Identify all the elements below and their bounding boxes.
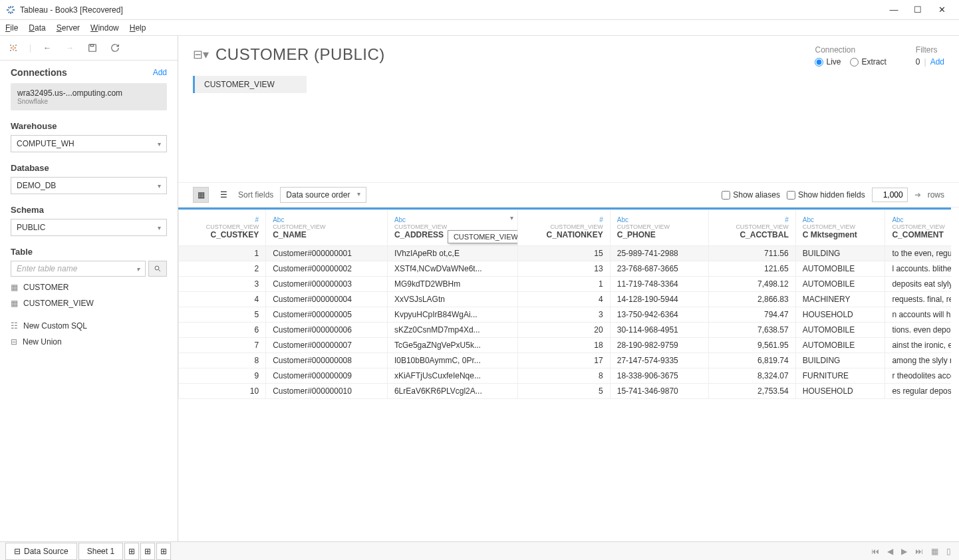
cell[interactable]: 2,753.54 bbox=[708, 384, 795, 399]
nav-first[interactable]: ⏮ bbox=[869, 547, 882, 556]
cell[interactable]: 17 bbox=[517, 353, 610, 368]
cell[interactable]: among the slyly regul... bbox=[885, 353, 951, 368]
tab-sheet1[interactable]: Sheet 1 bbox=[78, 543, 123, 560]
cell[interactable]: BUILDING bbox=[795, 353, 885, 368]
cell[interactable]: 9 bbox=[179, 368, 266, 384]
cell[interactable]: 3 bbox=[179, 277, 266, 292]
view-filmstrip[interactable]: ▯ bbox=[944, 547, 954, 556]
cell[interactable]: 11-719-748-3364 bbox=[610, 277, 708, 292]
cell[interactable]: 1 bbox=[179, 246, 266, 261]
cell[interactable]: Customer#000000009 bbox=[266, 368, 388, 384]
cell[interactable]: 1 bbox=[517, 277, 610, 292]
cell[interactable]: 7,638.57 bbox=[708, 323, 795, 338]
cell[interactable]: 4 bbox=[517, 292, 610, 307]
datasource-title[interactable]: CUSTOMER (PUBLIC) bbox=[215, 45, 385, 64]
show-aliases-checkbox[interactable]: Show aliases bbox=[722, 190, 780, 200]
cell[interactable]: Customer#000000003 bbox=[266, 277, 388, 292]
cell[interactable]: 13-750-942-6364 bbox=[610, 307, 708, 323]
save-button[interactable] bbox=[86, 41, 99, 55]
cell[interactable]: HOUSEHOLD bbox=[795, 384, 885, 399]
radio-live[interactable]: Live bbox=[815, 57, 841, 67]
show-hidden-checkbox[interactable]: Show hidden fields bbox=[787, 190, 865, 200]
table-row[interactable]: 9Customer#000000009xKiAFTjUsCuxfeIeNqe..… bbox=[179, 368, 952, 384]
table-item-customer[interactable]: ▦CUSTOMER bbox=[11, 279, 167, 295]
menu-help[interactable]: Help bbox=[130, 23, 146, 33]
cell[interactable]: xKiAFTjUsCuxfeIeNqe... bbox=[387, 368, 517, 384]
connection-item[interactable]: wra32495.us-...omputing.com Snowflake bbox=[11, 83, 167, 110]
table-row[interactable]: 2Customer#000000002XSTf4,NCwDVaWNe6t...1… bbox=[179, 261, 952, 277]
table-row[interactable]: 6Customer#000000006sKZz0CsnMD7mp4Xd...20… bbox=[179, 323, 952, 338]
nav-last[interactable]: ⏭ bbox=[912, 547, 926, 556]
add-filter-link[interactable]: Add bbox=[930, 57, 944, 67]
cell[interactable]: 2 bbox=[179, 261, 266, 277]
new-dashboard-button[interactable]: ⊞ bbox=[140, 543, 155, 560]
cell[interactable]: MACHINERY bbox=[795, 292, 885, 307]
cell[interactable]: XxVSJsLAGtn bbox=[387, 292, 517, 307]
cell[interactable]: 5 bbox=[179, 307, 266, 323]
tableau-icon[interactable] bbox=[7, 41, 20, 55]
cell[interactable]: 25-989-741-2988 bbox=[610, 246, 708, 261]
column-header-C_PHONE[interactable]: AbcCUSTOMER_VIEWC_PHONE bbox=[610, 210, 708, 246]
view-tabs[interactable]: ▦ bbox=[928, 547, 941, 556]
rows-arrow-icon[interactable]: ➜ bbox=[914, 190, 921, 200]
cell[interactable]: 23-768-687-3665 bbox=[610, 261, 708, 277]
refresh-button[interactable] bbox=[108, 41, 122, 55]
cell[interactable]: r theodolites accordin... bbox=[885, 368, 951, 384]
tab-datasource[interactable]: ⊟Data Source bbox=[5, 543, 77, 560]
canvas-area[interactable]: CUSTOMER_VIEW bbox=[178, 76, 959, 182]
cell[interactable]: 121.65 bbox=[708, 261, 795, 277]
cell[interactable]: XSTf4,NCwDVaWNe6t... bbox=[387, 261, 517, 277]
cell[interactable]: Customer#000000007 bbox=[266, 338, 388, 353]
cell[interactable]: 711.56 bbox=[708, 246, 795, 261]
cell[interactable]: 13 bbox=[517, 261, 610, 277]
cell[interactable]: KvpyuHCpIrB84WgAi... bbox=[387, 307, 517, 323]
cell[interactable]: Customer#000000005 bbox=[266, 307, 388, 323]
nav-prev[interactable]: ◀ bbox=[885, 547, 896, 556]
column-header-C_NATIONKEY[interactable]: #CUSTOMER_VIEWC_NATIONKEY bbox=[517, 210, 610, 246]
cell[interactable]: 2,866.83 bbox=[708, 292, 795, 307]
new-story-button[interactable]: ⊞ bbox=[156, 543, 171, 560]
cell[interactable]: 6 bbox=[179, 323, 266, 338]
cell[interactable]: n accounts will have t... bbox=[885, 307, 951, 323]
cell[interactable]: 18 bbox=[517, 338, 610, 353]
cell[interactable]: 4 bbox=[179, 292, 266, 307]
column-header-C_ADDRESS[interactable]: AbcCUSTOMER_VIEWC_ADDRESS▾CUSTOMER_VIEW.… bbox=[387, 210, 517, 246]
rows-input[interactable] bbox=[872, 188, 908, 202]
close-button[interactable]: ✕ bbox=[930, 5, 954, 15]
cell[interactable]: AUTOMOBILE bbox=[795, 338, 885, 353]
cell[interactable]: IVhzIApeRb ot,c,E bbox=[387, 246, 517, 261]
cell[interactable]: MG9kdTD2WBHm bbox=[387, 277, 517, 292]
cell[interactable]: tions. even deposits b... bbox=[885, 323, 951, 338]
cell[interactable]: to the even, regular pl... bbox=[885, 246, 951, 261]
cell[interactable]: Customer#000000004 bbox=[266, 292, 388, 307]
minimize-button[interactable]: — bbox=[882, 5, 906, 15]
table-row[interactable]: 8Customer#000000008I0B10bB0AymmC, 0Pr...… bbox=[179, 353, 952, 368]
sort-dropdown[interactable]: Data source order bbox=[280, 187, 366, 203]
cell[interactable]: HOUSEHOLD bbox=[795, 307, 885, 323]
grid-view-button[interactable]: ▦ bbox=[193, 187, 209, 203]
cell[interactable]: Customer#000000008 bbox=[266, 353, 388, 368]
menu-data[interactable]: Data bbox=[29, 23, 45, 33]
list-view-button[interactable]: ☰ bbox=[215, 187, 231, 203]
cell[interactable]: 6,819.74 bbox=[708, 353, 795, 368]
cell[interactable]: 20 bbox=[517, 323, 610, 338]
schema-dropdown[interactable]: PUBLIC▾ bbox=[11, 219, 167, 236]
cell[interactable]: 14-128-190-5944 bbox=[610, 292, 708, 307]
cell[interactable]: 8 bbox=[179, 353, 266, 368]
nav-next[interactable]: ▶ bbox=[898, 547, 910, 556]
cell[interactable]: 10 bbox=[179, 384, 266, 399]
cell[interactable]: 15 bbox=[517, 246, 610, 261]
cell[interactable]: deposits eat slyly iro... bbox=[885, 277, 951, 292]
cell[interactable]: AUTOMOBILE bbox=[795, 323, 885, 338]
menu-window[interactable]: Window bbox=[90, 23, 119, 33]
cell[interactable]: es regular deposits h... bbox=[885, 384, 951, 399]
table-row[interactable]: 4Customer#000000004XxVSJsLAGtn414-128-19… bbox=[179, 292, 952, 307]
cell[interactable]: 6LrEaV6KR6PLVcgl2A... bbox=[387, 384, 517, 399]
cell[interactable]: BUILDING bbox=[795, 246, 885, 261]
cell[interactable]: 5 bbox=[517, 384, 610, 399]
data-grid[interactable]: #CUSTOMER_VIEWC_CUSTKEYAbcCUSTOMER_VIEWC… bbox=[178, 208, 951, 536]
back-button[interactable]: ← bbox=[41, 41, 54, 55]
menu-file[interactable]: File bbox=[5, 23, 18, 33]
radio-extract[interactable]: Extract bbox=[850, 57, 886, 67]
cell[interactable]: 794.47 bbox=[708, 307, 795, 323]
